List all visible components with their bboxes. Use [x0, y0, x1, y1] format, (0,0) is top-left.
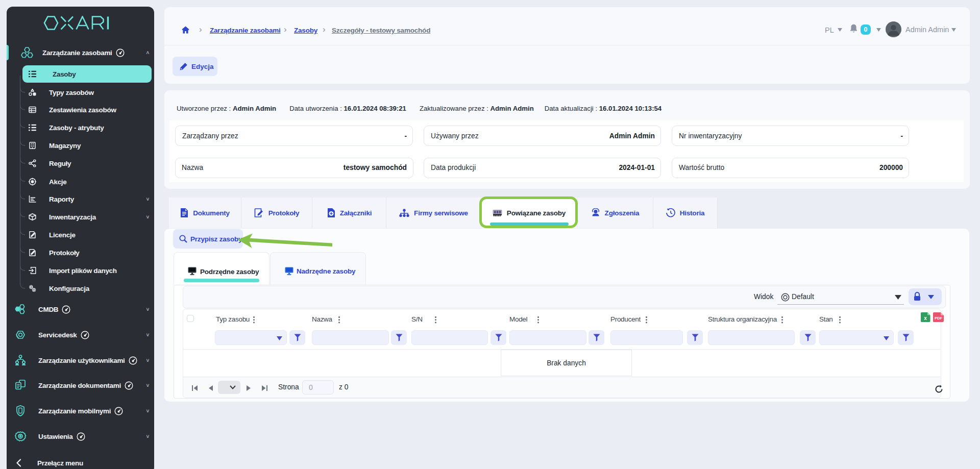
- svg-text:x: x: [924, 315, 927, 321]
- svg-text:PDF: PDF: [935, 316, 942, 320]
